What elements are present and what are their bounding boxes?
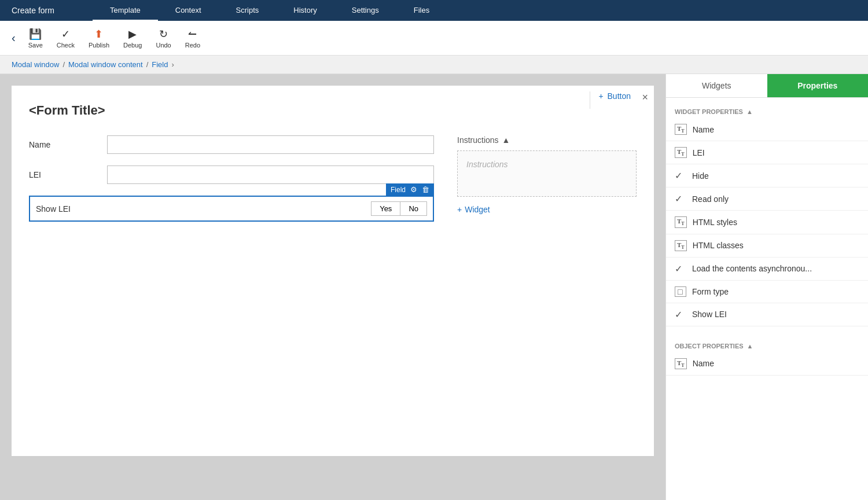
property-lei-label: LEI — [693, 148, 705, 157]
chevron-up-icon[interactable]: ▲ — [502, 135, 510, 145]
check-icon-hide: ✓ — [675, 170, 686, 181]
instructions-placeholder: Instructions — [466, 160, 508, 169]
check-icon-load-async: ✓ — [675, 263, 686, 274]
publish-button[interactable]: ⬆ Publish — [82, 24, 116, 52]
back-button[interactable]: ‹ — [6, 31, 21, 45]
radio-no[interactable]: No — [400, 201, 427, 216]
form-title: <Form Title> — [29, 103, 637, 118]
radio-yes[interactable]: Yes — [371, 201, 400, 216]
tab-widgets[interactable]: Widgets — [666, 74, 767, 97]
undo-button[interactable]: ↻ Undo — [149, 24, 178, 52]
close-button[interactable]: × — [642, 91, 648, 104]
text-font-icon-obj-name: TT — [675, 358, 687, 369]
field-toolbar-label: Field — [391, 186, 406, 194]
panel-tabs: Widgets Properties — [666, 74, 868, 98]
field-toolbar: Field ⚙ 🗑 — [386, 183, 434, 196]
breadcrumb: Modal window / Modal window content / Fi… — [0, 56, 868, 74]
property-html-classes[interactable]: TT HTML classes — [666, 234, 868, 258]
widget-properties-header: WIDGET PROPERTIES ▲ — [666, 104, 868, 118]
top-nav-bar: Create form Template Context Scripts His… — [0, 0, 868, 21]
right-panel: Widgets Properties WIDGET PROPERTIES ▲ T… — [665, 74, 868, 500]
property-lei[interactable]: TT LEI — [666, 141, 868, 164]
form-right: Instructions ▲ Instructions + Widget — [457, 135, 637, 227]
check-button[interactable]: ✓ Check — [50, 24, 82, 52]
check-icon-readonly: ✓ — [675, 193, 686, 204]
object-properties-header: OBJECT PROPERTIES ▲ — [666, 338, 868, 352]
property-obj-name-label: Name — [693, 359, 714, 368]
form-preview-wrapper: × + Button <Form Title> Name L — [0, 74, 665, 500]
add-widget-button[interactable]: + Widget — [457, 205, 490, 214]
form-preview: × + Button <Form Title> Name L — [12, 86, 654, 456]
name-input[interactable] — [107, 135, 434, 154]
redo-icon: ↼ — [188, 28, 197, 41]
breadcrumb-sep-1: / — [62, 60, 65, 69]
debug-icon: ▶ — [128, 28, 137, 41]
text-font-icon-name: TT — [675, 124, 687, 135]
breadcrumb-modal-content[interactable]: Modal window content — [68, 60, 143, 69]
property-obj-name[interactable]: TT Name — [666, 352, 868, 376]
form-left: Name LEI Field ⚙ 🗑 — [29, 135, 434, 227]
gear-icon[interactable]: ⚙ — [410, 185, 417, 194]
toolbar: ‹ 💾 Save ✓ Check ⬆ Publish ▶ Debug ↻ Und… — [0, 21, 868, 56]
breadcrumb-arrow: › — [171, 60, 174, 69]
nav-tabs: Template Context Scripts History Setting… — [93, 0, 868, 21]
property-load-async[interactable]: ✓ Load the contents asynchronou... — [666, 258, 868, 281]
debug-button[interactable]: ▶ Debug — [116, 24, 149, 52]
property-name[interactable]: TT Name — [666, 118, 868, 141]
breadcrumb-field[interactable]: Field — [152, 60, 168, 69]
property-html-classes-label: HTML classes — [693, 241, 744, 250]
show-lei-text: Show LEI — [36, 204, 371, 214]
tab-properties[interactable]: Properties — [767, 74, 869, 97]
plus-icon: + — [598, 91, 603, 101]
instructions-box[interactable]: Instructions — [457, 150, 637, 197]
property-load-async-label: Load the contents asynchronou... — [692, 264, 812, 273]
property-show-lei[interactable]: ✓ Show LEI — [666, 303, 868, 326]
property-read-only[interactable]: ✓ Read only — [666, 188, 868, 211]
tab-template[interactable]: Template — [93, 0, 158, 21]
undo-icon: ↻ — [159, 28, 168, 41]
form-body: Name LEI Field ⚙ 🗑 — [29, 135, 637, 227]
lei-field-row: LEI — [29, 166, 434, 184]
app-title: Create form — [0, 0, 93, 21]
main-area: × + Button <Form Title> Name L — [0, 74, 868, 500]
save-icon: 💾 — [29, 28, 42, 41]
plus-widget-icon: + — [457, 205, 462, 214]
property-name-label: Name — [693, 125, 714, 134]
box-icon-form-type: □ — [675, 286, 686, 297]
name-label: Name — [29, 140, 98, 149]
save-button[interactable]: 💾 Save — [21, 24, 50, 52]
breadcrumb-sep-2: / — [146, 60, 149, 69]
add-widget-label: Widget — [465, 205, 490, 214]
lei-input[interactable] — [107, 166, 434, 184]
property-html-styles-label: HTML styles — [693, 218, 737, 227]
property-html-styles[interactable]: TT HTML styles — [666, 211, 868, 234]
radio-group: Yes No — [371, 201, 427, 216]
show-lei-row: Show LEI Yes No — [30, 197, 433, 220]
add-button-top[interactable]: + Button — [598, 91, 631, 101]
instructions-header-label: Instructions — [457, 135, 499, 145]
publish-icon: ⬆ — [94, 28, 103, 41]
redo-button[interactable]: ↼ Redo — [178, 24, 207, 52]
property-form-type[interactable]: □ Form type — [666, 281, 868, 303]
tab-settings[interactable]: Settings — [334, 0, 396, 21]
property-hide[interactable]: ✓ Hide — [666, 164, 868, 188]
chevron-up-object-icon: ▲ — [747, 343, 753, 350]
property-show-lei-label: Show LEI — [692, 310, 727, 319]
tab-files[interactable]: Files — [396, 0, 447, 21]
property-read-only-label: Read only — [692, 194, 729, 204]
tab-scripts[interactable]: Scripts — [219, 0, 277, 21]
check-icon: ✓ — [61, 28, 70, 41]
tab-context[interactable]: Context — [158, 0, 219, 21]
instructions-section: Instructions ▲ Instructions — [457, 135, 637, 197]
breadcrumb-modal-window[interactable]: Modal window — [12, 60, 59, 69]
check-icon-show-lei: ✓ — [675, 309, 686, 320]
widget-properties-section: WIDGET PROPERTIES ▲ TT Name TT LEI ✓ Hid… — [666, 98, 868, 332]
show-lei-container[interactable]: Field ⚙ 🗑 Show LEI Yes No — [29, 196, 434, 222]
name-field-row: Name — [29, 135, 434, 154]
instructions-header: Instructions ▲ — [457, 135, 637, 145]
trash-icon[interactable]: 🗑 — [422, 185, 429, 194]
divider — [590, 91, 590, 109]
object-properties-section: OBJECT PROPERTIES ▲ TT Name — [666, 332, 868, 381]
chevron-up-widget-icon: ▲ — [746, 108, 753, 115]
tab-history[interactable]: History — [276, 0, 334, 21]
